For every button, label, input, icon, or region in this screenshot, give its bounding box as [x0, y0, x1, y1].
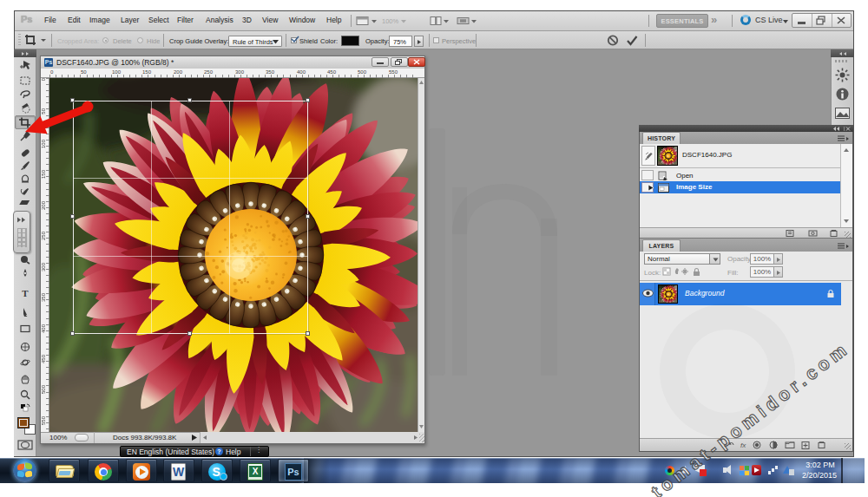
- svg-text:T: T: [22, 288, 29, 298]
- svg-text:fx: fx: [740, 441, 746, 449]
- svg-text:100%: 100%: [382, 17, 399, 25]
